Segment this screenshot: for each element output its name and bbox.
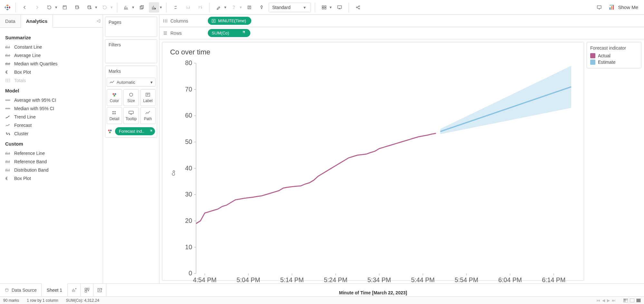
show-me-button[interactable]: Show Me [606, 2, 641, 13]
y-axis-label[interactable]: Co [170, 58, 177, 288]
new-dashboard-tab-button[interactable] [81, 284, 93, 296]
columns-pill-minute-time[interactable]: MINUTE(Time) [208, 17, 251, 25]
box-plot-icon [5, 70, 11, 74]
caret-down-icon[interactable]: ▾ [110, 5, 113, 10]
revert-button[interactable] [44, 2, 54, 13]
marks-tooltip-button[interactable]: Tooltip [123, 107, 139, 124]
analytics-item-box-plot[interactable]: Box Plot [5, 68, 98, 76]
marks-type-dropdown[interactable]: Automatic ▾ [107, 78, 156, 87]
sheet-tab-1[interactable]: Sheet 1 [42, 283, 68, 296]
analytics-item-box-plot-custom[interactable]: Box Plot [5, 174, 98, 183]
legend-label: Estimate [598, 60, 615, 65]
svg-point-47 [114, 95, 115, 97]
svg-point-40 [9, 134, 10, 135]
svg-text:5:44 PM: 5:44 PM [411, 276, 435, 283]
swap-button[interactable] [170, 2, 181, 13]
caret-down-icon[interactable]: ▾ [54, 5, 58, 10]
rows-shelf[interactable]: Rows SUM(Co) [159, 27, 644, 39]
new-data-source-button[interactable] [72, 2, 82, 13]
view-list-icon[interactable] [630, 299, 634, 302]
nav-prev-icon[interactable]: ◀ [602, 298, 605, 303]
highlight-button[interactable] [213, 2, 224, 13]
filters-card[interactable]: Filters [105, 39, 157, 63]
analytics-item-distribution-band[interactable]: Distribution Band [5, 166, 98, 174]
legend-item-actual[interactable]: Actual [590, 52, 638, 59]
analytics-item-median-ci[interactable]: Median with 95% CI [5, 104, 98, 113]
reference-band-icon [5, 159, 11, 164]
legend-card[interactable]: Forecast indicator Actual Estimate [587, 42, 641, 68]
columns-shelf[interactable]: Columns MINUTE(Time) [159, 15, 644, 27]
caret-down-icon[interactable]: ▾ [239, 5, 242, 10]
clear-sheet-button[interactable] [149, 2, 159, 13]
redo-button[interactable] [32, 2, 42, 13]
marks-path-button[interactable]: Path [140, 107, 156, 124]
new-story-tab-button[interactable] [93, 284, 106, 296]
tab-data[interactable]: Data [0, 15, 21, 27]
svg-rect-8 [7, 7, 8, 8]
show-labels-button[interactable] [244, 2, 255, 13]
analytics-item-label: Box Plot [14, 176, 31, 181]
tab-analytics[interactable]: Analytics [21, 15, 53, 28]
save-button[interactable] [60, 2, 70, 13]
marks-size-button[interactable]: Size [123, 89, 139, 106]
duplicate-sheet-button[interactable] [137, 2, 147, 13]
caret-down-icon[interactable]: ▾ [159, 5, 162, 10]
viz-title[interactable]: Co over time [170, 48, 576, 56]
data-source-tab[interactable]: Data Source [0, 284, 42, 296]
guide-button[interactable] [594, 2, 604, 13]
sort-desc-button[interactable] [195, 2, 205, 13]
legend-item-estimate[interactable]: Estimate [590, 59, 638, 65]
analytics-item-average-line[interactable]: Average Line [5, 51, 98, 60]
toolbar-separator [166, 3, 167, 12]
nav-next-icon[interactable]: ▶ [607, 298, 610, 303]
analytics-item-label: Constant Line [14, 44, 42, 50]
pages-card[interactable]: Pages [105, 17, 157, 37]
section-model: Model [5, 88, 98, 93]
undo-button[interactable] [20, 2, 30, 13]
caret-down-icon[interactable]: ▾ [224, 5, 227, 10]
analytics-item-label: Reference Line [14, 151, 45, 156]
svg-point-37 [6, 133, 7, 134]
svg-point-55 [108, 129, 110, 131]
new-worksheet-tab-button[interactable] [68, 284, 81, 296]
marks-label-button[interactable]: Label [140, 89, 156, 106]
view-single-icon[interactable] [636, 299, 641, 302]
svg-point-35 [7, 117, 8, 118]
marks-color-button[interactable]: Color [107, 89, 122, 106]
pin-button[interactable] [256, 2, 267, 13]
sort-asc-button[interactable] [183, 2, 193, 13]
analytics-item-forecast[interactable]: Forecast [5, 121, 98, 129]
analytics-item-label: Box Plot [14, 70, 31, 75]
nav-first-icon[interactable]: ⏮ [596, 298, 600, 303]
marks-detail-button[interactable]: Detail [107, 107, 122, 124]
view-grid-icon[interactable] [623, 299, 628, 302]
top-toolbar: ▾ ▾ ▾ ▾ [0, 0, 644, 15]
marks-pill-forecast-indicator[interactable]: Forecast ind.. [107, 127, 155, 135]
new-worksheet-button[interactable] [121, 2, 131, 13]
fit-dropdown[interactable]: Standard ▾ [269, 3, 311, 12]
presentation-button[interactable] [334, 2, 345, 13]
svg-rect-98 [85, 288, 86, 290]
svg-point-34 [6, 118, 7, 118]
nav-last-icon[interactable]: ⏭ [612, 298, 616, 303]
refresh-button[interactable] [100, 2, 110, 13]
show-cards-button[interactable] [319, 2, 329, 13]
rows-pill-sum-co[interactable]: SUM(Co) [208, 29, 250, 37]
analytics-item-median-quartiles[interactable]: Median with Quartiles [5, 60, 98, 68]
toolbar-separator [315, 3, 315, 12]
chart-canvas[interactable]: 010203040506070804:54 PM5:04 PM5:14 PM5:… [177, 58, 576, 288]
share-button[interactable] [353, 2, 363, 13]
analytics-item-trend-line[interactable]: Trend Line [5, 113, 98, 121]
pause-data-button[interactable] [84, 2, 94, 13]
analytics-item-reference-line[interactable]: Reference Line [5, 149, 98, 157]
analytics-item-constant-line[interactable]: Constant Line [5, 43, 98, 51]
group-button[interactable] [229, 2, 239, 13]
caret-down-icon[interactable]: ▾ [329, 5, 332, 10]
caret-down-icon[interactable]: ▾ [94, 5, 98, 10]
analytics-item-cluster[interactable]: Cluster [5, 129, 98, 138]
analytics-item-reference-band[interactable]: Reference Band [5, 157, 98, 166]
analytics-item-avg-ci[interactable]: Average with 95% CI [5, 96, 98, 104]
collapse-sidebar-icon[interactable]: ◁ [97, 18, 100, 23]
caret-down-icon[interactable]: ▾ [131, 5, 135, 10]
svg-point-23 [359, 8, 360, 9]
